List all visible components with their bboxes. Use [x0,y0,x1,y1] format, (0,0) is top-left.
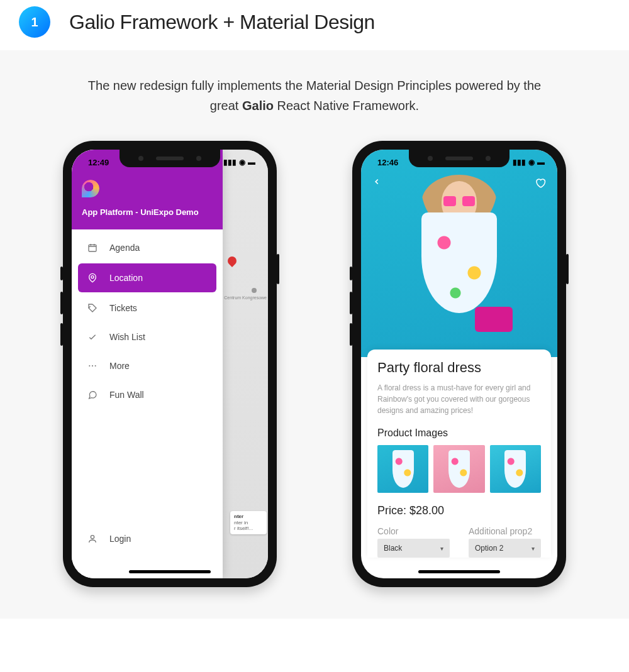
chevron-down-icon: ▾ [532,545,535,552]
sidebar-item-location[interactable]: Location [78,263,216,292]
sidebar-item-more[interactable]: More [78,351,216,380]
svg-rect-0 [89,245,96,251]
color-label: Color [377,526,450,536]
price-row: Price: $28.00 [377,504,541,517]
status-time: 12:46 [377,158,398,167]
user-icon [87,534,98,544]
calendar-icon [87,243,98,253]
sidebar-item-agenda[interactable]: Agenda [78,233,216,262]
map-card-line: nter in [234,520,263,526]
phone-mockup-drawer: Centrum Kongresowe nter nter in r itself… [63,141,277,587]
sidebar-item-wish-list[interactable]: Wish List [78,322,216,351]
product-card: Party floral dress A floral dress is a m… [367,350,551,558]
home-indicator[interactable] [129,570,211,573]
sidebar-item-fun-wall[interactable]: Fun Wall [78,380,216,409]
sidebar-item-tickets[interactable]: Tickets [78,294,216,322]
chat-icon [87,390,98,400]
product-thumbnail[interactable] [377,445,428,493]
prop2-label: Additional prop2 [469,526,541,536]
pin-icon [87,273,98,283]
favorite-button[interactable] [535,177,546,191]
svg-point-3 [92,365,93,366]
svg-point-2 [89,365,90,366]
drawer-title: App Platform - UniExpo Demo [82,207,213,217]
signal-icon: ▮▮▮ [513,158,526,167]
subtitle-text-post: React Native Framework. [274,99,419,113]
check-icon [87,332,98,342]
map-poi-icon[interactable] [252,288,257,293]
product-thumbnail[interactable] [490,445,541,493]
phone-mockup-product: 12:46 ▮▮▮ ◉ ▬ [352,141,566,587]
sidebar-item-label: Agenda [109,243,140,253]
wifi-icon: ◉ [239,158,245,167]
status-icons: ▮▮▮ ◉ ▬ [513,158,545,167]
map-card-title: nter [234,514,263,520]
back-button[interactable] [372,177,381,191]
prop2-select-value: Option 2 [475,544,503,553]
svg-point-4 [95,365,96,366]
phone-notch [409,150,509,167]
navigation-drawer: 12:49 App Platform - UniExpo Demo Agenda… [72,150,223,578]
battery-icon: ▬ [248,158,255,167]
product-thumbnail[interactable] [433,445,484,493]
subtitle-bold: Galio [242,99,274,113]
signal-icon: ▮▮▮ [223,158,237,167]
tag-icon [87,303,98,313]
map-info-card[interactable]: nter nter in r itself!... [230,511,267,534]
login-label: Login [109,534,131,544]
product-title: Party floral dress [377,360,541,376]
login-button[interactable]: Login [78,524,216,553]
price-label: Price: [377,504,409,517]
wifi-icon: ◉ [528,158,535,167]
page-subtitle: The new redesign fully implements the Ma… [75,75,554,116]
phone-notch [120,150,220,167]
model-illustration [399,175,519,357]
price-value: $28.00 [409,504,444,517]
battery-icon: ▬ [537,158,545,167]
status-time: 12:49 [88,158,109,167]
sidebar-item-label: More [109,361,130,371]
chevron-down-icon: ▾ [440,545,443,552]
color-select-value: Black [384,544,402,553]
product-hero-image: 12:46 ▮▮▮ ◉ ▬ [361,150,557,357]
dots-icon [87,361,98,371]
page-title: Galio Framework + Material Design [69,11,375,34]
status-icons: ▮▮▮ ◉ ▬ [223,158,255,167]
map-poi-label: Centrum Kongresowe [224,295,267,300]
color-select[interactable]: Black ▾ [377,539,450,558]
sidebar-item-label: Location [109,273,143,283]
home-indicator[interactable] [418,570,500,573]
svg-point-5 [91,536,94,539]
product-images-heading: Product Images [377,427,541,439]
sidebar-item-label: Tickets [109,303,137,313]
sidebar-item-label: Wish List [109,332,145,342]
app-logo-icon [82,180,99,197]
sidebar-item-label: Fun Wall [109,390,144,400]
step-badge: 1 [19,6,50,38]
prop2-select[interactable]: Option 2 ▾ [469,539,541,558]
svg-point-1 [91,276,94,278]
product-description: A floral dress is a must-have for every … [377,382,541,416]
map-card-line: r itself!... [234,526,263,532]
